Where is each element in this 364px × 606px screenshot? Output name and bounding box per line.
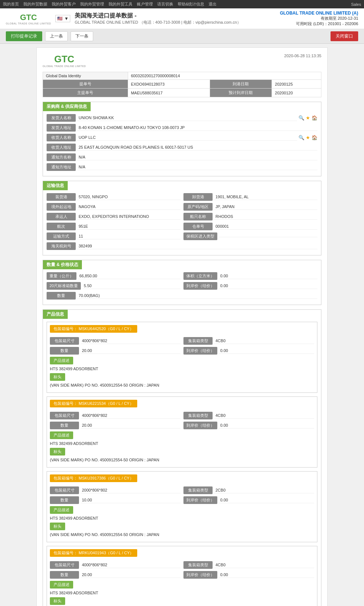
- voyage-row: 航次 951E 仓单号 000001: [47, 223, 317, 230]
- nav-export-tools[interactable]: 我的外贸工具: [108, 1, 132, 7]
- contact-info: GLOBAL TRADE ONLINE LIMITED （电话：400-710-…: [75, 20, 241, 25]
- container-no-label-0: 包装箱编号: [54, 327, 74, 331]
- vessel-label: 船只名称: [183, 213, 213, 220]
- header-title-area: 美国海关进口提单数据 - GLOBAL TRADE ONLINE LIMITED…: [75, 12, 241, 25]
- shipper-name-label: 发货人名称: [47, 114, 76, 122]
- logo: GTC GLOBAL TRADE ONLINE LIMITED: [6, 13, 51, 25]
- page-header: GTC GLOBAL TRADE ONLINE LIMITED 🇺🇸 ▼ 美国海…: [0, 8, 364, 29]
- product0-marks-text: (VAN SIDE MARK) PO NO. 4500912554-50 ORI…: [50, 382, 314, 388]
- nav-home[interactable]: 我的首页: [3, 1, 19, 7]
- nav-help[interactable]: 帮助&统计信息: [178, 1, 204, 7]
- bill-no-value: EXDO6940128073: [128, 80, 210, 89]
- product2-type-label: 集装箱类型: [183, 486, 213, 494]
- customs-bond-field: 保税区进入类型: [183, 232, 317, 240]
- product1-type-field: 集装箱类型 4CB0: [183, 412, 314, 419]
- product1-size-value: 4000*806*802: [80, 413, 181, 419]
- product0-size-value: 4000*806*802: [80, 338, 181, 344]
- nav-account[interactable]: 账户管理: [137, 1, 153, 7]
- search-icon-consignee[interactable]: 🔍: [298, 135, 304, 140]
- product1-desc-text: HTS 382499 ADSORBENT: [50, 441, 314, 446]
- containers-value: 5.50: [82, 283, 181, 289]
- marks-badge-2: 标头: [50, 523, 65, 530]
- customs-tax-label: 海关税则号: [47, 242, 76, 250]
- product3-price-value: 0.00: [219, 572, 314, 578]
- print-button[interactable]: 打印提单记录: [6, 31, 42, 41]
- unit-price-value: 0.00: [219, 283, 317, 289]
- company-name-contact: GLOBAL TRADE ONLINE LIMITED: [75, 20, 138, 24]
- arrival-date-label: 到港日期: [210, 80, 272, 89]
- product0-type-field: 集装箱类型 4CB0: [183, 337, 314, 345]
- product3-qty-field: 数量 20.00: [50, 571, 181, 579]
- top-toolbar: 打印提单记录 上一条 下一条 关闭窗口: [0, 29, 364, 44]
- section-quantity: 数量 & 价格状态 重量（公斤） 66,850.00 体积（立方米） 0.00 …: [43, 260, 321, 305]
- weight-label: 重量（公斤）: [47, 272, 76, 280]
- notify-address-label: 通知方地址: [47, 163, 76, 171]
- product3-size-label: 包装箱尺寸: [50, 561, 79, 569]
- container-no-badge-2: 包装箱编号： MSKU3917386（G0 / L / CY）: [50, 474, 137, 482]
- nav-sales: Sales: [351, 2, 361, 7]
- consignee-address-label: 收货人地址: [47, 144, 76, 151]
- desc-badge-0: 产品描述: [50, 357, 73, 364]
- product0-qty-label: 数量: [50, 347, 79, 355]
- nav-language[interactable]: 语言切换: [157, 1, 173, 7]
- doc-datetime: 2020-06-28 11:13:35: [284, 54, 321, 58]
- arrival-date-value: 20200125: [272, 80, 321, 89]
- container-no-value-2: MSKU3917386（G0 / L / CY）: [79, 476, 134, 480]
- doc-header: GTC GLOBAL TRADE ONLINE LIMITED 2020-06-…: [43, 54, 321, 67]
- product2-qty-label: 数量: [50, 496, 79, 504]
- vessel-value: RHODOS: [214, 214, 317, 220]
- weight-field: 重量（公斤） 66,850.00: [47, 272, 181, 280]
- flag-dropdown-icon: ▼: [64, 16, 68, 21]
- unit-price-label: 到岸价（结价）: [183, 282, 217, 290]
- section4-body: 包装箱编号： MSKU6442520（G0 / L / CY） 包装箱尺寸 40…: [43, 319, 321, 606]
- product3-size-value: 4000*806*802: [80, 562, 181, 568]
- home-icon-shipper[interactable]: 🏠: [312, 115, 317, 121]
- est-arrival-value: 20200120: [272, 89, 321, 97]
- transport-row: 运输方式 11 保税区进入类型: [47, 232, 317, 240]
- search-icon-shipper[interactable]: 🔍: [298, 115, 304, 121]
- logo-g: G: [20, 13, 26, 22]
- product3-price-field: 到岸价（结价） 0.00: [183, 571, 314, 579]
- container-no-value-0: MSKU6442520（G0 / L / CY）: [79, 327, 134, 331]
- product1-qty-field: 数量 20.00: [50, 422, 181, 429]
- prev-button[interactable]: 上一条: [45, 31, 68, 41]
- consignee-name-value: UOP LLC: [77, 134, 297, 141]
- product3-type-field: 集装箱类型 4CB0: [183, 561, 314, 569]
- home-icon-consignee[interactable]: 🏠: [312, 135, 317, 140]
- product3-type-label: 集装箱类型: [183, 561, 213, 569]
- section2-body: 装货港 57020, NINGPO 卸货港 1901, MOBILE, AL 境…: [43, 190, 321, 255]
- product0-type-value: 4CB0: [214, 338, 314, 344]
- load-port-value: 57020, NINGPO: [77, 194, 181, 200]
- product3-type-value: 4CB0: [214, 562, 314, 568]
- product1-price-value: 0.00: [219, 422, 314, 429]
- marks-badge-0: 标头: [50, 373, 65, 381]
- product-item-1: 包装箱编号： MSKU6221534（G0 / L / CY） 包装箱尺寸 40…: [47, 396, 317, 468]
- gtc-logo: GTC GLOBAL TRADE ONLINE LIMITED: [6, 13, 51, 25]
- quantity-label: 数量: [47, 292, 76, 300]
- doc-logo-text: GTC: [43, 54, 86, 65]
- product0-price-value: 0.00: [219, 348, 314, 354]
- page-title: 美国海关进口提单数据 -: [75, 12, 241, 20]
- product1-type-label: 集装箱类型: [183, 412, 213, 419]
- nav-export-customers[interactable]: 我的外贸客户: [52, 1, 76, 7]
- product1-type-value: 4CB0: [214, 413, 314, 419]
- flag-selector[interactable]: 🇺🇸 ▼: [55, 15, 70, 22]
- carrier-label: 承运人: [47, 213, 76, 220]
- product-item-2: 包装箱编号： MSKU3917386（G0 / L / CY） 包装箱尺寸 20…: [47, 471, 317, 542]
- product2-price-label: 到岸价（结价）: [183, 496, 217, 504]
- star-icon-shipper[interactable]: ★: [306, 115, 310, 121]
- product3-price-label: 到岸价（结价）: [183, 571, 217, 579]
- carrier-value: EXDO, EXPEDITORS INTERNATIONO: [77, 214, 181, 220]
- nav-export-manage[interactable]: 我的外贸管理: [80, 1, 104, 7]
- product2-desc-text: HTS 382499 ADSORBENT: [50, 515, 314, 521]
- product2-type-value: 2CB0: [214, 487, 314, 493]
- origin-value: NAGOYA: [77, 204, 181, 210]
- bol-value: 000001: [214, 223, 317, 230]
- next-button[interactable]: 下一条: [71, 31, 93, 41]
- right-company-name: GLOBAL TRADE ONLINE LIMITED (A): [280, 11, 358, 16]
- nav-export-data[interactable]: 我的外贸数据: [23, 1, 47, 7]
- close-button[interactable]: 关闭窗口: [331, 31, 358, 41]
- nav-logout[interactable]: 退出: [209, 1, 217, 7]
- star-icon-consignee[interactable]: ★: [306, 135, 310, 140]
- product-item-3: 包装箱编号： MRKU0401943（G0 / L / CY） 包装箱尺寸 40…: [47, 546, 317, 606]
